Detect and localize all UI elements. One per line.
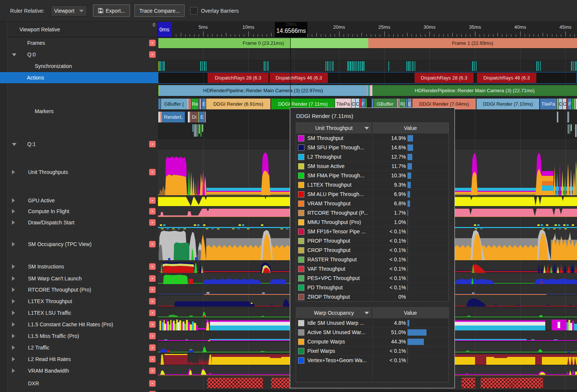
- sync-bar[interactable]: [571, 61, 572, 71]
- remove-row-button[interactable]: -: [149, 309, 156, 316]
- marker-bar[interactable]: GBuffer (: [161, 99, 187, 109]
- remove-row-button[interactable]: -: [149, 208, 156, 215]
- sidebar-row-synchronization[interactable]: Synchronization: [8, 60, 158, 72]
- sync-bar[interactable]: [575, 61, 576, 71]
- dxr-dispatch-bar[interactable]: [462, 378, 475, 388]
- markers-track-1[interactable]: HDRenderPipeline::Render Main Camera (3)…: [158, 84, 577, 96]
- expand-icon[interactable]: [12, 287, 15, 292]
- dxr-dispatch-bar[interactable]: [271, 378, 290, 388]
- sidebar-row-l2-traffic[interactable]: L2 Traffic-: [8, 342, 158, 354]
- action-bar[interactable]: DispatchRays 28 (6.3: [208, 73, 269, 83]
- marker-bar[interactable]: DDGI Render (6.91ms): [206, 99, 270, 109]
- sync-bar[interactable]: [264, 61, 265, 71]
- sync-bar[interactable]: [410, 61, 411, 71]
- ruler-relative-dropdown[interactable]: Viewport: [51, 5, 87, 16]
- marker-bar[interactable]: [190, 99, 191, 109]
- expand-icon[interactable]: [12, 368, 15, 373]
- remove-row-button[interactable]: -: [149, 333, 156, 339]
- marker-bar[interactable]: [571, 124, 572, 131]
- expand-icon[interactable]: [12, 322, 15, 327]
- sidebar-row-sm-occupancy-tpc-view[interactable]: SM Occupancy (TPC View)-: [8, 228, 158, 260]
- sidebar-row-l1tex-throughput[interactable]: L1TEX Throughput-: [8, 295, 158, 307]
- marker-bar[interactable]: E: [200, 112, 204, 122]
- sync-bar[interactable]: [158, 61, 159, 71]
- marker-bar[interactable]: DDGI Render (7.10ms): [477, 99, 539, 109]
- sync-bar[interactable]: [206, 61, 207, 71]
- sync-bar[interactable]: [362, 61, 363, 71]
- sidebar-row-q-0[interactable]: Q:0-: [8, 49, 158, 60]
- sync-bar[interactable]: [325, 61, 326, 71]
- metric-column-header[interactable]: Warp Occupancy: [296, 308, 372, 318]
- sidebar-row-unit-throughputs[interactable]: Unit Throughputs-: [8, 149, 158, 195]
- sidebar-row-dxr[interactable]: DXR-: [8, 377, 158, 390]
- marker-bar[interactable]: E: [202, 99, 206, 109]
- remove-row-button[interactable]: -: [149, 263, 156, 270]
- expand-icon[interactable]: [12, 334, 15, 338]
- remove-row-button[interactable]: -: [149, 197, 156, 204]
- sync-bar[interactable]: [200, 61, 201, 71]
- expand-icon[interactable]: [12, 170, 15, 174]
- sidebar-row-draw-dispatch-start[interactable]: Draw/Dispatch Start-: [8, 217, 158, 228]
- expand-icon[interactable]: [12, 209, 15, 214]
- marker-bar[interactable]: [574, 99, 575, 109]
- sync-bar[interactable]: [350, 61, 351, 71]
- sync-bar[interactable]: [347, 61, 349, 71]
- remove-row-button[interactable]: -: [149, 380, 156, 387]
- sync-bar[interactable]: [388, 61, 389, 71]
- marker-bar[interactable]: [572, 99, 573, 109]
- sync-bar[interactable]: [162, 61, 162, 71]
- trace-compare-button[interactable]: Trace Compare...: [134, 4, 184, 17]
- marker-bar[interactable]: [197, 124, 198, 137]
- marker-bar[interactable]: F: [568, 99, 571, 109]
- sidebar-row-sm-instructions[interactable]: SM Instructions-: [8, 260, 158, 273]
- remove-row-button[interactable]: -: [149, 367, 156, 374]
- sidebar-row-markers[interactable]: Markers: [8, 84, 158, 139]
- remove-row-button[interactable]: -: [149, 344, 156, 351]
- sidebar-row-frames[interactable]: Frames-: [8, 37, 158, 49]
- timeline-cursor[interactable]: [290, 37, 291, 108]
- marker-bar[interactable]: [576, 99, 577, 109]
- marker-bar[interactable]: [192, 124, 193, 132]
- sidebar-row-gpu-active[interactable]: GPU Active-: [8, 195, 158, 206]
- expand-icon[interactable]: [12, 220, 15, 225]
- value-column-header[interactable]: Value: [372, 123, 449, 133]
- sync-bar[interactable]: [163, 61, 165, 71]
- action-bar[interactable]: DispatchRays 46 (6.3: [477, 73, 536, 83]
- sync-bar[interactable]: [538, 61, 539, 71]
- expand-icon[interactable]: [12, 276, 15, 281]
- sync-bar[interactable]: [476, 61, 477, 71]
- marker-bar[interactable]: C: [559, 99, 562, 109]
- sidebar-row-l1tex-lsu-traffic[interactable]: L1TEX LSU Traffic-: [8, 307, 158, 318]
- marker-bar[interactable]: [567, 112, 569, 122]
- sync-bar[interactable]: [408, 61, 410, 71]
- marker-bar[interactable]: [205, 112, 206, 122]
- remove-row-button[interactable]: -: [149, 141, 156, 147]
- collapse-icon[interactable]: [12, 143, 16, 146]
- overlay-barriers-checkbox[interactable]: [190, 7, 198, 15]
- sidebar-row-l1-5-miss-traffic-pro[interactable]: L1.5 Miss Traffic (Pro)-: [8, 330, 158, 342]
- marker-bar[interactable]: Re: [192, 99, 198, 109]
- remove-row-button[interactable]: -: [149, 169, 156, 175]
- marker-bar[interactable]: [200, 124, 202, 137]
- sync-bar[interactable]: [202, 61, 203, 71]
- sidebar-row-q-1[interactable]: Q:1-: [8, 139, 158, 149]
- actions-track[interactable]: DispatchRays 28 (6.3DispatchRays 46 (6.3…: [158, 72, 577, 84]
- expand-icon[interactable]: [12, 357, 15, 361]
- sync-bar[interactable]: [331, 61, 331, 71]
- sync-bar[interactable]: [356, 61, 357, 71]
- sync-bar[interactable]: [536, 61, 537, 71]
- sync-bar[interactable]: [406, 61, 407, 71]
- expand-icon[interactable]: [12, 264, 15, 269]
- action-bar[interactable]: DispatchRays 46 (6.3: [270, 73, 328, 83]
- expand-icon[interactable]: [12, 299, 15, 304]
- sync-bar[interactable]: [352, 61, 354, 71]
- marker-bar[interactable]: [575, 124, 577, 137]
- marker-bar[interactable]: [202, 124, 203, 132]
- sync-bar[interactable]: [472, 61, 473, 71]
- timeline-ruler[interactable]: 5ms10ms20ms25ms30ms35ms40ms45ms 0ms 15ms…: [158, 22, 577, 37]
- sidebar-row-l2-read-hit-rates[interactable]: L2 Read Hit Rates-: [8, 354, 158, 365]
- marker-bar[interactable]: [194, 124, 195, 137]
- remove-row-button[interactable]: -: [149, 321, 156, 328]
- sync-bar[interactable]: [358, 61, 359, 71]
- synchronization-track[interactable]: [158, 60, 577, 72]
